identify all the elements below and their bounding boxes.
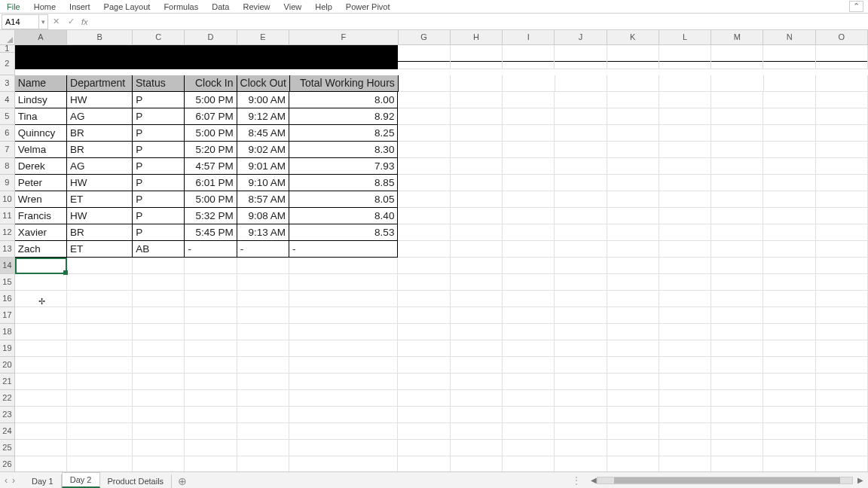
cell[interactable] xyxy=(398,324,450,340)
cell[interactable] xyxy=(398,53,450,69)
cell[interactable] xyxy=(763,125,815,142)
cell[interactable] xyxy=(816,142,868,158)
cell-name[interactable]: Lindsy xyxy=(15,92,67,108)
cell[interactable] xyxy=(398,407,450,423)
cell[interactable] xyxy=(763,53,815,69)
row-header-21[interactable]: 21 xyxy=(0,374,15,390)
cell[interactable] xyxy=(659,224,711,241)
cell[interactable] xyxy=(133,258,185,274)
cell[interactable] xyxy=(659,175,711,191)
cell-clock-in[interactable]: 6:01 PM xyxy=(185,175,237,191)
sheet-tab-day2[interactable]: Day 2 xyxy=(62,472,100,488)
cell-status[interactable]: P xyxy=(133,224,185,241)
scroll-left-icon[interactable]: ◀ xyxy=(591,476,597,484)
cell-twh[interactable]: 7.93 xyxy=(289,158,398,175)
cell-twh[interactable]: 8.40 xyxy=(289,208,398,224)
cell[interactable] xyxy=(237,53,289,69)
name-box[interactable] xyxy=(2,14,39,29)
cell[interactable] xyxy=(763,108,815,125)
cell[interactable] xyxy=(398,456,450,471)
cell-clock-in[interactable]: - xyxy=(185,241,237,258)
row-header-19[interactable]: 19 xyxy=(0,340,15,357)
cell[interactable] xyxy=(607,456,659,471)
tab-view[interactable]: View xyxy=(277,1,309,13)
cell[interactable] xyxy=(816,175,868,191)
cell[interactable] xyxy=(555,224,607,241)
cell-dept[interactable]: HW xyxy=(67,175,133,191)
cell[interactable] xyxy=(816,291,868,307)
cell[interactable] xyxy=(711,307,763,324)
col-header-C[interactable]: C xyxy=(133,30,185,45)
cell[interactable] xyxy=(555,291,607,307)
cell[interactable] xyxy=(503,374,555,390)
cell[interactable] xyxy=(555,125,607,142)
cell[interactable] xyxy=(659,357,711,374)
row-header-14[interactable]: 14 xyxy=(0,258,15,274)
cell-status[interactable]: AB xyxy=(133,241,185,258)
cell[interactable] xyxy=(67,456,133,471)
cell[interactable] xyxy=(711,407,763,423)
cell[interactable] xyxy=(133,423,185,440)
cell[interactable] xyxy=(555,274,607,291)
cell[interactable] xyxy=(763,307,815,324)
title-cell[interactable]: Total Working Hours of Employees xyxy=(15,53,67,69)
cell[interactable] xyxy=(451,92,503,108)
cell-clock-out[interactable]: 9:02 AM xyxy=(237,142,289,158)
cell[interactable] xyxy=(659,456,711,471)
cell[interactable] xyxy=(503,291,555,307)
row-header-9[interactable]: 9 xyxy=(0,175,15,191)
cell[interactable] xyxy=(763,92,815,108)
cell[interactable] xyxy=(185,407,237,423)
cell[interactable] xyxy=(555,142,607,158)
cell[interactable] xyxy=(711,340,763,357)
cell[interactable] xyxy=(659,158,711,175)
tab-review[interactable]: Review xyxy=(236,1,277,13)
row-header-20[interactable]: 20 xyxy=(0,357,15,374)
cell-dept[interactable]: BR xyxy=(67,224,133,241)
cell-dept[interactable]: BR xyxy=(67,125,133,142)
cell[interactable] xyxy=(763,142,815,158)
cell[interactable] xyxy=(185,374,237,390)
cell[interactable] xyxy=(451,53,503,69)
cell[interactable] xyxy=(607,357,659,374)
cell[interactable] xyxy=(816,108,868,125)
cell[interactable] xyxy=(659,324,711,340)
sheet-nav-next-icon[interactable]: › xyxy=(12,475,15,486)
row-header-4[interactable]: 4 xyxy=(0,92,15,108)
cell-clock-out[interactable]: 9:08 AM xyxy=(237,208,289,224)
cell[interactable] xyxy=(659,125,711,142)
cell[interactable] xyxy=(659,340,711,357)
cell[interactable] xyxy=(451,142,503,158)
cell[interactable] xyxy=(659,390,711,407)
col-header-D[interactable]: D xyxy=(185,30,237,45)
cell[interactable] xyxy=(15,274,67,291)
cell[interactable] xyxy=(555,340,607,357)
header-twh[interactable]: Total Working Hours xyxy=(290,75,399,92)
row-header-1[interactable]: 1 xyxy=(0,45,15,53)
cell[interactable] xyxy=(711,75,763,92)
cell[interactable] xyxy=(816,75,868,92)
cell[interactable] xyxy=(289,456,398,471)
cell[interactable] xyxy=(503,224,555,241)
tab-data[interactable]: Data xyxy=(205,1,236,13)
cell[interactable] xyxy=(555,390,607,407)
col-header-I[interactable]: I xyxy=(503,30,555,45)
cell[interactable] xyxy=(451,307,503,324)
cell[interactable] xyxy=(711,374,763,390)
collapse-ribbon-icon[interactable]: ⌃ xyxy=(849,1,863,12)
cell[interactable] xyxy=(659,407,711,423)
cell[interactable] xyxy=(607,125,659,142)
cell[interactable] xyxy=(816,125,868,142)
row-header-17[interactable]: 17 xyxy=(0,307,15,324)
cell[interactable] xyxy=(711,390,763,407)
cell[interactable] xyxy=(133,324,185,340)
header-name[interactable]: Name xyxy=(15,75,67,92)
cell[interactable] xyxy=(711,456,763,471)
cell[interactable] xyxy=(67,291,133,307)
cell[interactable] xyxy=(607,191,659,208)
cell[interactable] xyxy=(607,53,659,69)
cell[interactable] xyxy=(398,423,450,440)
cell[interactable] xyxy=(555,53,607,69)
cell[interactable] xyxy=(763,241,815,258)
cell[interactable] xyxy=(763,390,815,407)
